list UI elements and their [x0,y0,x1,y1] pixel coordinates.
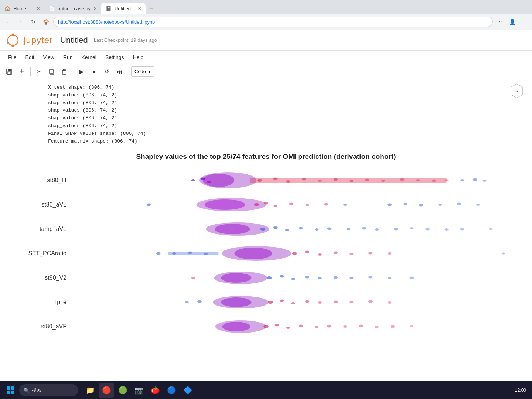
swarm-svg-6 [66,290,510,314]
chart-title: Shapley values of the top 25/74 features… [7,153,525,161]
start-button[interactable] [3,383,18,398]
stop-button[interactable]: ■ [89,66,100,77]
jupyter-menubar: File Edit View Run Kernel Settings Help [0,51,532,64]
nature-tab-close[interactable]: ✕ [93,6,97,11]
copy-button[interactable] [46,66,57,77]
svg-point-102 [291,302,295,304]
taskbar-search-box[interactable]: 🔍 搜索 [19,384,78,396]
svg-point-33 [473,178,477,181]
svg-point-100 [268,301,273,304]
center-line-2 [235,192,235,217]
address-input[interactable]: http://localhost:8888/notebooks/Untitled… [53,17,493,27]
back-button[interactable]: ‹ [3,17,13,27]
untitled-tab-close[interactable]: ✕ [138,6,141,11]
svg-point-116 [327,325,331,328]
taskbar-app-extra[interactable]: 🔷 [180,383,195,398]
taskbar-app-green[interactable]: 🟢 [115,383,130,398]
taskbar-app-chrome[interactable]: 🔵 [164,383,179,398]
svg-point-99 [221,297,251,307]
nature-favicon: 📄 [49,6,55,11]
beeswarm-st80-V2 [66,266,510,290]
svg-rect-123 [11,386,14,390]
beeswarm-st80-III [66,168,510,192]
svg-point-97 [197,300,202,303]
svg-rect-125 [11,391,14,394]
menu-edit[interactable]: Edit [22,53,38,62]
menu-button[interactable]: ⋮ [519,17,529,27]
svg-point-50 [476,204,480,206]
untitled-tab-label: Untitled [115,6,131,11]
svg-point-62 [393,228,398,231]
restart-run-button[interactable]: ⏭ [114,66,125,77]
taskbar-clock: 12:00 [515,388,529,393]
tab-home[interactable]: 🏠 Home ✕ [0,3,44,14]
cell-type-dropdown[interactable]: Code ▾ [131,66,154,77]
menu-run[interactable]: Run [59,53,76,62]
svg-point-55 [285,229,289,231]
swarm-svg-7 [66,315,510,338]
svg-point-77 [318,253,322,256]
paste-button[interactable] [59,66,70,77]
tab-untitled[interactable]: 📓 Untitled ✕ [101,3,146,14]
svg-point-75 [292,252,297,255]
svg-point-39 [264,202,268,205]
address-bar-row: ‹ › ↻ 🏠 http://localhost:8888/notebooks/… [0,14,532,30]
svg-point-21 [286,180,290,183]
taskbar: 🔍 搜索 📁 🔴 🟢 📷 🍅 🔵 🔷 12:00 [0,381,532,399]
svg-point-25 [349,180,353,182]
feature-label-st80-aVF: st80_aVF [15,323,66,330]
profile-button[interactable]: 👤 [507,17,517,27]
menu-settings[interactable]: Settings [102,53,128,62]
svg-point-19 [257,179,262,182]
refresh-button[interactable]: ↻ [28,17,38,27]
svg-point-92 [349,277,353,279]
notebook-content: js X_test shape: (806, 74) shap_values (… [0,79,532,339]
cut-button[interactable]: ✂ [34,66,45,77]
svg-point-15 [191,179,195,181]
svg-point-105 [334,301,338,303]
menu-kernel[interactable]: Kernel [78,53,100,62]
forward-button[interactable]: › [16,17,26,27]
svg-point-82 [502,253,505,255]
svg-point-26 [365,179,369,181]
save-button[interactable] [4,66,15,77]
home-favicon: 🏠 [4,6,10,11]
menu-view[interactable]: View [40,53,58,62]
output-line-5: shap_values (806, 74, 2) [48,115,525,122]
svg-point-101 [280,300,284,302]
taskbar-app-camera[interactable]: 📷 [132,383,146,398]
home-tab-close[interactable]: ✕ [37,6,40,11]
nature-tab-label: nature_case.py [58,6,91,11]
svg-point-118 [359,325,363,327]
svg-point-64 [425,228,430,231]
tab-nature[interactable]: 📄 nature_case.py ✕ [44,3,101,14]
notebook-title[interactable]: Untitled [60,35,88,45]
svg-point-29 [416,179,420,181]
menu-help[interactable]: Help [129,53,147,62]
svg-rect-6 [8,72,11,74]
taskbar-app-explorer[interactable]: 📁 [83,383,98,398]
svg-point-58 [327,228,331,230]
svg-point-32 [460,179,464,181]
taskbar-app-notes[interactable]: 🍅 [148,383,163,398]
svg-point-45 [387,204,392,206]
svg-point-60 [362,227,366,230]
extensions-button[interactable]: ⠿ [495,17,505,27]
restart-button[interactable]: ↺ [101,66,112,77]
svg-point-47 [419,204,423,207]
svg-point-44 [343,204,347,206]
svg-point-66 [460,228,464,231]
swarm-svg-2 [66,193,510,216]
svg-point-22 [302,178,306,181]
swarm-svg-1 [66,168,510,192]
svg-rect-5 [8,69,11,71]
svg-point-52 [215,224,250,234]
home-nav-button[interactable]: 🏠 [41,17,51,27]
svg-point-86 [267,276,272,279]
add-cell-button[interactable]: + [16,66,27,77]
feature-row-st80-III: st80_III [66,168,510,192]
taskbar-app-red[interactable]: 🔴 [99,383,114,398]
new-tab-button[interactable]: + [146,3,157,14]
menu-file[interactable]: File [4,53,20,62]
run-button[interactable]: ▶ [76,66,87,77]
